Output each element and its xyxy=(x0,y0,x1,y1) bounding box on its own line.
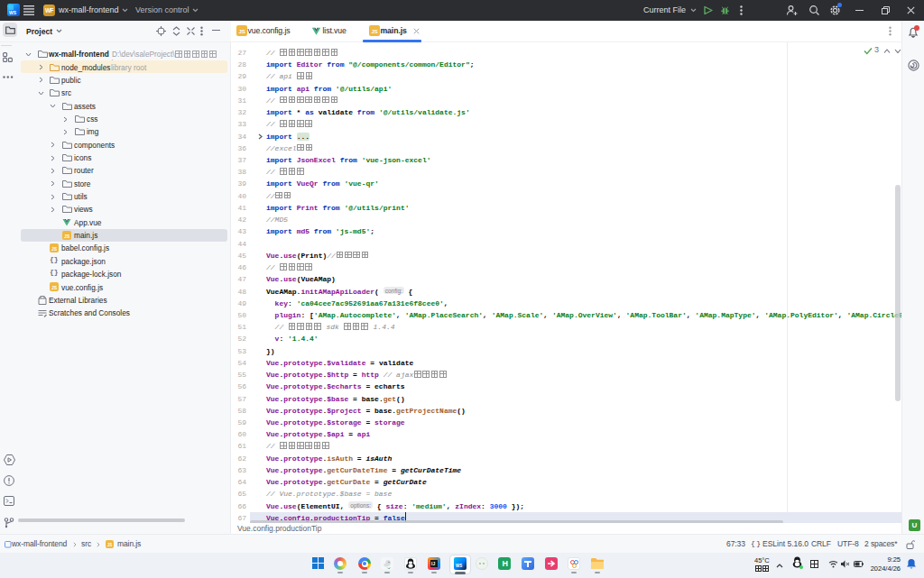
svg-text:JS: JS xyxy=(51,246,58,252)
svg-text:JS: JS xyxy=(107,543,112,547)
svg-text:JS: JS xyxy=(238,29,245,34)
svg-text:JS: JS xyxy=(371,29,377,34)
svg-text:JS: JS xyxy=(64,234,70,239)
svg-text:JS: JS xyxy=(51,285,58,290)
svg-text:WS: WS xyxy=(9,10,17,15)
